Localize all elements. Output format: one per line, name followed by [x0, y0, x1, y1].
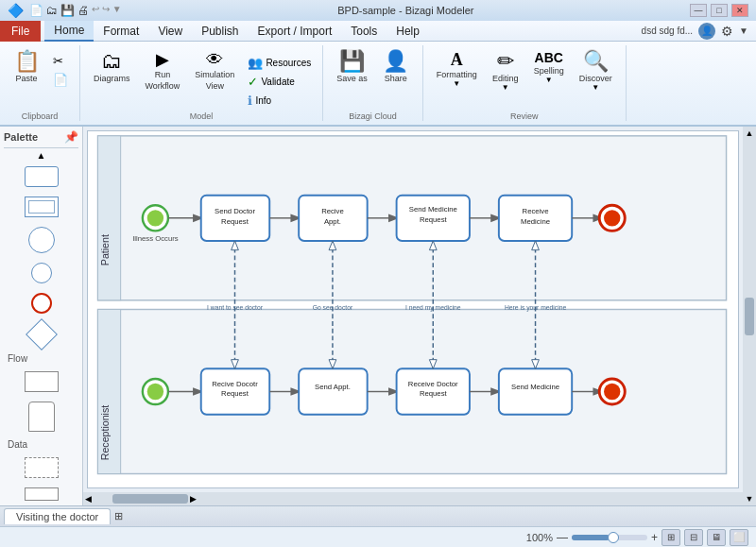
fit-icon[interactable]: ⊞ — [662, 529, 680, 546]
save-icon: 💾 — [339, 51, 365, 72]
run-label: Run — [155, 70, 171, 79]
zoom-minus-icon[interactable]: — — [557, 531, 568, 544]
model-group: 🗂 Diagrams ▶ Run Workflow 👁 Simulation V… — [80, 45, 323, 121]
scroll-thumb-h[interactable] — [112, 494, 188, 504]
palette-items: Flow Data — [4, 162, 78, 502]
palette-header: Palette 📌 — [4, 130, 78, 148]
palette-pin[interactable]: 📌 — [64, 130, 78, 144]
minimize-btn[interactable]: — — [690, 4, 707, 17]
sim-label1: Simulation — [195, 70, 234, 79]
clipboard-label: Clipboard — [8, 110, 72, 121]
palette-shape-end[interactable] — [4, 289, 78, 317]
palette-shape-circle[interactable] — [4, 259, 78, 287]
svg-text:Request: Request — [221, 217, 249, 226]
scroll-right-btn[interactable]: ▶ — [188, 492, 198, 505]
small-shape — [25, 487, 59, 501]
zoom-controls[interactable]: 100% — + ⊞ ⊟ 🖥 ⬜ — [526, 529, 748, 546]
share-icon: 👤 — [383, 51, 408, 72]
palette-shape-rect-inner[interactable] — [4, 193, 78, 221]
palette-shape-plain[interactable] — [4, 368, 78, 396]
menu-bar: File Home Format View Publish Export / I… — [0, 21, 756, 42]
user-area: dsd sdg fd... 👤 ⚙ ▼ — [642, 23, 756, 40]
palette-shape-dotted[interactable] — [4, 453, 78, 482]
resources-button[interactable]: 👥Resources — [244, 55, 315, 71]
flow-label: Flow — [4, 351, 78, 366]
file-menu[interactable]: File — [0, 21, 41, 42]
spelling-icon: ABC — [535, 51, 563, 64]
paste-icon: 📋 — [14, 51, 40, 72]
review-label: Review — [431, 110, 618, 121]
menu-home[interactable]: Home — [44, 21, 94, 42]
copy-button[interactable]: 📄 — [49, 72, 72, 88]
palette-shape-rect[interactable] — [4, 162, 78, 191]
chevron-icon[interactable]: ▼ — [739, 26, 748, 36]
cut-button[interactable]: ✂ — [49, 53, 72, 69]
menu-publish[interactable]: Publish — [192, 21, 248, 42]
formatting-button[interactable]: A Formatting ▼ — [431, 49, 483, 90]
dotted-shape — [25, 457, 59, 478]
svg-text:Request: Request — [420, 215, 448, 224]
plain-shape — [25, 371, 59, 392]
discover-button[interactable]: 🔍 Discover ▼ — [574, 49, 618, 94]
editing-label: Editing — [492, 74, 519, 83]
spelling-label: Spelling — [534, 66, 564, 76]
simulation-button[interactable]: 👁 Simulation View — [189, 49, 240, 93]
svg-text:Receptionist: Receptionist — [99, 405, 111, 461]
menu-export[interactable]: Export / Import — [249, 21, 342, 42]
scroll-down-btn[interactable]: ▼ — [744, 492, 756, 505]
scroll-thumb-v[interactable] — [745, 298, 754, 335]
menu-view[interactable]: View — [148, 21, 192, 42]
spelling-button[interactable]: ABC Spelling ▼ — [528, 49, 570, 86]
grid-view-icon[interactable]: ⊟ — [684, 529, 703, 546]
title-bar: 🔷 📄 🗂 💾 🖨 ↩ ↪ ▼ BPD-sample - Bizagi Mode… — [0, 0, 756, 21]
diagram[interactable]: Patient Receptionist Illness Occurs Send… — [87, 130, 739, 488]
bottom-bar: 100% — + ⊞ ⊟ 🖥 ⬜ — [0, 526, 756, 547]
menu-help[interactable]: Help — [387, 21, 429, 42]
screen-icon[interactable]: ⬜ — [730, 529, 748, 546]
cloud-label: Bizagi Cloud — [331, 110, 415, 121]
vertical-scrollbar[interactable]: ▲ ▼ — [743, 127, 756, 505]
close-btn[interactable]: ✕ — [731, 4, 748, 17]
editing-button[interactable]: ✏ Editing ▼ — [487, 49, 524, 94]
palette-shape-diamond[interactable] — [4, 319, 78, 350]
diagrams-icon: 🗂 — [101, 51, 122, 72]
cylinder-shape — [28, 402, 55, 432]
svg-text:Send Appt.: Send Appt. — [315, 383, 351, 391]
run-workflow-button[interactable]: ▶ Run Workflow — [140, 49, 186, 93]
menu-tools[interactable]: Tools — [341, 21, 387, 42]
info-button[interactable]: ℹInfo — [244, 93, 315, 109]
diagram-tab[interactable]: Visiting the doctor — [4, 508, 111, 524]
diagrams-button[interactable]: 🗂 Diagrams — [88, 49, 136, 85]
svg-text:Request: Request — [420, 389, 448, 398]
horizontal-scrollbar[interactable]: ◀ ▶ — [83, 492, 743, 505]
validate-button[interactable]: ✓Validate — [244, 74, 315, 90]
scroll-up-btn[interactable]: ▲ — [744, 127, 756, 140]
rect-shape — [25, 166, 59, 187]
grid-icon[interactable]: ⊞ — [114, 510, 123, 522]
svg-point-46 — [604, 384, 620, 400]
sim-label2: View — [206, 81, 224, 91]
settings-icon[interactable]: ⚙ — [721, 24, 733, 39]
model-label: Model — [88, 110, 315, 121]
display-icon[interactable]: 🖥 — [707, 529, 726, 546]
save-as-button[interactable]: 💾 Save as — [331, 49, 373, 85]
palette-shape-ellipse[interactable] — [4, 223, 78, 257]
menu-format[interactable]: Format — [94, 21, 148, 42]
review-group: A Formatting ▼ ✏ Editing ▼ ABC Spelling … — [423, 45, 627, 121]
circle-shape — [31, 263, 52, 283]
paste-button[interactable]: 📋 Paste — [8, 49, 45, 85]
zoom-plus-icon[interactable]: + — [651, 531, 658, 544]
palette-shape-small[interactable] — [4, 484, 78, 502]
workflow-label: Workflow — [146, 81, 180, 91]
save-label: Save as — [336, 74, 368, 83]
share-button[interactable]: 👤 Share — [377, 49, 415, 85]
window-controls[interactable]: — □ ✕ — [690, 4, 748, 17]
discover-icon: 🔍 — [583, 51, 609, 72]
scroll-left-btn[interactable]: ◀ — [83, 492, 94, 505]
canvas-area[interactable]: Patient Receptionist Illness Occurs Send… — [83, 127, 756, 505]
diagrams-label: Diagrams — [94, 74, 130, 83]
maximize-btn[interactable]: □ — [711, 4, 728, 17]
palette-shape-cylinder[interactable] — [4, 398, 78, 436]
palette-scroll-up[interactable]: ▲ — [4, 148, 78, 162]
diamond-shape — [26, 318, 58, 350]
